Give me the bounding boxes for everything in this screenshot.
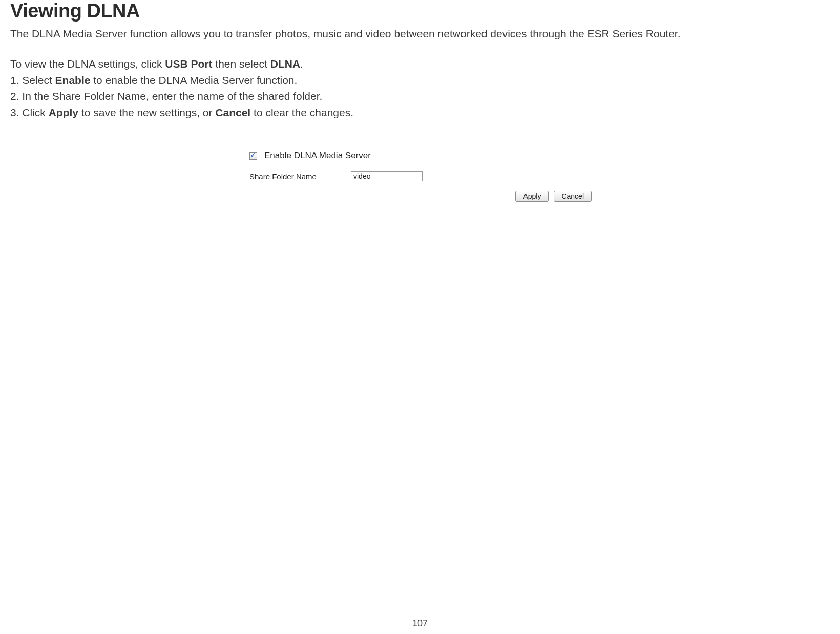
step-3: 3. Click Apply to save the new settings,…: [0, 104, 840, 121]
nav-prefix: To view the DLNA settings, click: [10, 58, 165, 70]
step1-bold-enable: Enable: [55, 74, 91, 86]
nav-suffix: .: [300, 58, 303, 70]
share-folder-input[interactable]: [351, 171, 423, 181]
checkbox-enable-dlna[interactable]: [249, 152, 257, 160]
cancel-button[interactable]: Cancel: [554, 191, 592, 202]
nav-instruction: To view the DLNA settings, click USB Por…: [0, 56, 840, 72]
step1-prefix: 1. Select: [10, 74, 55, 86]
nav-bold-usbport: USB Port: [165, 58, 212, 70]
share-folder-row: Share Folder Name: [248, 171, 592, 181]
step3-prefix: 3. Click: [10, 107, 49, 118]
settings-panel: Enable DLNA Media Server Share Folder Na…: [238, 139, 602, 209]
page-title: Viewing DLNA: [0, 0, 840, 22]
page-number: 107: [0, 618, 840, 629]
share-folder-label: Share Folder Name: [248, 172, 351, 181]
checkbox-label: Enable DLNA Media Server: [264, 151, 371, 161]
apply-button[interactable]: Apply: [515, 191, 549, 202]
nav-bold-dlna: DLNA: [270, 58, 300, 70]
button-row: Apply Cancel: [248, 191, 592, 202]
step1-suffix: to enable the DLNA Media Server function…: [90, 74, 297, 86]
nav-middle: then select: [212, 58, 270, 70]
step-1: 1. Select Enable to enable the DLNA Medi…: [0, 72, 840, 89]
step-2: 2. In the Share Folder Name, enter the n…: [0, 88, 840, 104]
intro-paragraph: The DLNA Media Server function allows yo…: [0, 26, 840, 41]
step3-bold-cancel: Cancel: [215, 107, 250, 118]
step3-bold-apply: Apply: [49, 107, 78, 118]
enable-checkbox-row: Enable DLNA Media Server: [249, 151, 592, 161]
step3-suffix: to clear the changes.: [250, 107, 353, 118]
step3-middle: to save the new settings, or: [78, 107, 215, 118]
